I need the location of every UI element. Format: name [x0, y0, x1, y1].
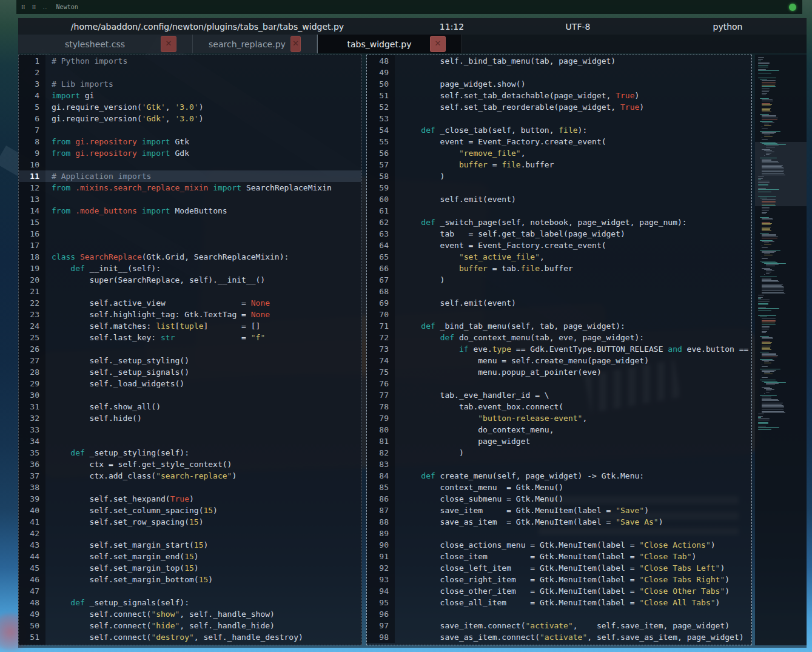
- code-line[interactable]: 84 def create_menu(self, page_widget) ->…: [367, 470, 751, 482]
- code-line[interactable]: 13: [19, 193, 361, 205]
- code-line[interactable]: 75 menu.popup_at_pointer(eve): [367, 366, 751, 378]
- code-line[interactable]: 10: [19, 159, 361, 170]
- code-line[interactable]: 43 self.set_margin_start(15): [19, 539, 361, 551]
- code-line[interactable]: 64 event = Event_Factory.create_event(: [367, 240, 751, 251]
- workspace-indicator-1[interactable]: ∷: [21, 3, 26, 11]
- code-line[interactable]: 11# Application imports: [19, 170, 361, 182]
- code-line[interactable]: 53: [367, 113, 751, 124]
- code-line[interactable]: 34: [19, 435, 361, 447]
- minimap[interactable]: [755, 55, 807, 645]
- code-line[interactable]: 48 def _setup_signals(self):: [19, 597, 361, 608]
- code-line[interactable]: 21: [19, 286, 361, 297]
- code-line[interactable]: 80 do_context_menu,: [367, 424, 751, 435]
- code-line[interactable]: 63 tab = self.get_tab_label(page_widget): [367, 228, 751, 240]
- code-line[interactable]: 24 self.matches: list[tuple] = []: [19, 320, 361, 332]
- code-line[interactable]: 49 self.connect("show", self._handle_sho…: [19, 608, 361, 620]
- code-line[interactable]: 52 self.set_tab_reorderable(page_widget,…: [367, 101, 751, 113]
- code-line[interactable]: 83: [367, 459, 751, 470]
- code-line[interactable]: 23 self.highlight_tag: Gtk.TextTag = Non…: [19, 309, 361, 320]
- tab-stylesheet-css[interactable]: stylesheet.css✕: [18, 35, 193, 53]
- code-line[interactable]: 91 close_item = Gtk.MenuItem(label = "Cl…: [367, 551, 751, 562]
- code-line[interactable]: 19 def __init__(self):: [19, 263, 361, 274]
- code-line[interactable]: 36 ctx = self.get_style_context(): [19, 459, 361, 470]
- code-line[interactable]: 44 self.set_margin_end(15): [19, 551, 361, 562]
- code-line[interactable]: 70: [367, 309, 751, 320]
- code-line[interactable]: 9from gi.repository import Gdk: [19, 147, 361, 159]
- code-line[interactable]: 38: [19, 482, 361, 493]
- code-line[interactable]: 79 "button-release-event",: [367, 412, 751, 424]
- code-line[interactable]: 87 save_item = Gtk.MenuItem(label = "Sav…: [367, 505, 751, 516]
- editor-pane-right[interactable]: 48 self._bind_tab_menu(tab, page_widget)…: [366, 55, 752, 645]
- code-line[interactable]: 95 close_all_item = Gtk.MenuItem(label =…: [367, 597, 751, 608]
- code-line[interactable]: 33: [19, 424, 361, 435]
- code-line[interactable]: 56 "remove_file",: [367, 147, 751, 159]
- code-line[interactable]: 88 save_as_item = Gtk.MenuItem(label = "…: [367, 516, 751, 528]
- code-line[interactable]: 69 self.emit(event): [367, 297, 751, 309]
- code-line[interactable]: 89: [367, 528, 751, 539]
- code-line[interactable]: 81 page_widget: [367, 435, 751, 447]
- code-line[interactable]: 72 def do_context_menu(tab, eve, page_wi…: [367, 332, 751, 343]
- code-line[interactable]: 32 self.hide(): [19, 412, 361, 424]
- code-line[interactable]: 42: [19, 528, 361, 539]
- code-line[interactable]: 52: [19, 643, 361, 645]
- code-line[interactable]: 16: [19, 228, 361, 240]
- code-line[interactable]: 28 self._setup_signals(): [19, 366, 361, 378]
- code-line[interactable]: 46 self.set_margin_bottom(15): [19, 574, 361, 585]
- code-line[interactable]: 50 self.connect("hide", self._handle_hid…: [19, 620, 361, 631]
- code-line[interactable]: 4import gi: [19, 90, 361, 101]
- code-line[interactable]: 25 self.last_key: str = "f": [19, 332, 361, 343]
- code-line[interactable]: 51 self.set_tab_detachable(page_widget, …: [367, 90, 751, 101]
- code-line[interactable]: 96: [367, 608, 751, 620]
- code-line[interactable]: 82 ): [367, 447, 751, 459]
- code-line[interactable]: 85 context_menu = Gtk.Menu(): [367, 482, 751, 493]
- code-line[interactable]: 1# Python imports: [19, 55, 361, 67]
- code-line[interactable]: 40 self.set_column_spacing(15): [19, 505, 361, 516]
- code-line[interactable]: 5gi.require_version('Gtk', '3.0'): [19, 101, 361, 113]
- code-line[interactable]: 15: [19, 217, 361, 228]
- code-line[interactable]: 57 buffer = file.buffer: [367, 159, 751, 170]
- code-line[interactable]: 22 self.active_view = None: [19, 297, 361, 309]
- code-line[interactable]: 8from gi.repository import Gtk: [19, 136, 361, 147]
- code-line[interactable]: 18class SearchReplace(Gtk.Grid, SearchRe…: [19, 251, 361, 263]
- code-line[interactable]: 41 self.set_row_spacing(15): [19, 516, 361, 528]
- tab-close-icon[interactable]: ✕: [430, 36, 446, 52]
- code-line[interactable]: 93 close_right_item = Gtk.MenuItem(label…: [367, 574, 751, 585]
- tab-close-icon[interactable]: ✕: [161, 36, 176, 52]
- code-line[interactable]: 37 ctx.add_class("search-replace"): [19, 470, 361, 482]
- code-line[interactable]: 71 def _bind_tab_menu(self, tab, page_wi…: [367, 320, 751, 332]
- code-line[interactable]: 50 page_widget.show(): [367, 78, 751, 90]
- code-line[interactable]: 68: [367, 286, 751, 297]
- code-line[interactable]: 60 self.emit(event): [367, 193, 751, 205]
- code-line[interactable]: 39 self.set_hexpand(True): [19, 493, 361, 505]
- code-line[interactable]: 98 save_as_item.connect("activate", self…: [367, 631, 751, 643]
- code-line[interactable]: 61: [367, 205, 751, 217]
- code-line[interactable]: 3# Lib imports: [19, 78, 361, 90]
- tab-close-icon[interactable]: ✕: [290, 36, 301, 52]
- code-line[interactable]: 58 ): [367, 170, 751, 182]
- code-line[interactable]: 92 close_left_item = Gtk.MenuItem(label …: [367, 562, 751, 574]
- code-line[interactable]: 48 self._bind_tab_menu(tab, page_widget): [367, 55, 751, 67]
- code-line[interactable]: 6gi.require_version('Gdk', '3.0'): [19, 113, 361, 124]
- code-line[interactable]: 90 close_actions_menu = Gtk.MenuItem(lab…: [367, 539, 751, 551]
- code-line[interactable]: 45 self.set_margin_top(15): [19, 562, 361, 574]
- code-line[interactable]: 97 save_item.connect("activate", self.sa…: [367, 620, 751, 631]
- code-line[interactable]: 54 def _close_tab(self, button, file):: [367, 124, 751, 136]
- code-line[interactable]: 2: [19, 67, 361, 78]
- code-line[interactable]: 65 "set_active_file",: [367, 251, 751, 263]
- code-line[interactable]: 77 tab._eve_handler_id = \: [367, 389, 751, 401]
- code-line[interactable]: 20 super(SearchReplace, self).__init__(): [19, 274, 361, 286]
- code-line[interactable]: 17: [19, 240, 361, 251]
- code-line[interactable]: 26: [19, 343, 361, 355]
- code-line[interactable]: 62 def _switch_page(self, notebook, page…: [367, 217, 751, 228]
- code-line[interactable]: 7: [19, 124, 361, 136]
- code-line[interactable]: 35 def _setup_styling(self):: [19, 447, 361, 459]
- code-line[interactable]: 27 self._setup_styling(): [19, 355, 361, 366]
- code-line[interactable]: 51 self.connect("destroy", self._handle_…: [19, 631, 361, 643]
- workspace-indicator-2[interactable]: ∷: [32, 3, 37, 11]
- code-line[interactable]: 14from .mode_buttons import ModeButtons: [19, 205, 361, 217]
- code-line[interactable]: 76: [367, 378, 751, 389]
- code-line[interactable]: 67 ): [367, 274, 751, 286]
- tab-search_replace-py[interactable]: search_replace.py✕: [193, 35, 317, 53]
- code-line[interactable]: 74 menu = self.create_menu(page_widget): [367, 355, 751, 366]
- code-line[interactable]: 49: [367, 67, 751, 78]
